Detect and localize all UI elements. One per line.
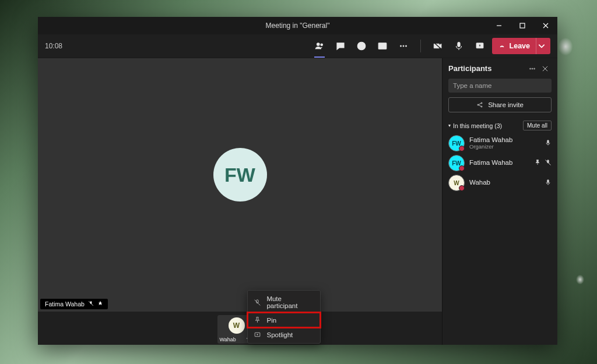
participant-avatar: FW bbox=[213, 148, 267, 202]
svg-point-3 bbox=[357, 42, 366, 50]
participant-row[interactable]: FW Fatima Wahab Organizer bbox=[448, 135, 552, 151]
participants-button[interactable] bbox=[310, 37, 329, 55]
svg-point-13 bbox=[257, 334, 258, 335]
participant-context-menu: Mute participant Pin Spotlight bbox=[247, 290, 321, 344]
share-screen-button[interactable] bbox=[470, 37, 490, 55]
svg-point-18 bbox=[481, 103, 482, 104]
minimize-button[interactable] bbox=[487, 17, 511, 34]
toolbar-separator bbox=[420, 40, 421, 52]
meeting-timer: 10:08 bbox=[45, 42, 62, 50]
participant-name: Fatima Wahab bbox=[45, 301, 85, 308]
participant-avatar: W bbox=[448, 175, 465, 191]
main-video-tile[interactable]: FW Fatima Wahab bbox=[38, 58, 442, 312]
mic-icon bbox=[545, 179, 552, 187]
mic-toggle[interactable] bbox=[449, 37, 469, 55]
presence-badge bbox=[459, 185, 465, 191]
participants-panel: Participants Type a name Share invite ▾ … bbox=[442, 58, 557, 345]
maximize-button[interactable] bbox=[511, 17, 534, 34]
rooms-button[interactable] bbox=[373, 37, 392, 55]
panel-more-button[interactable] bbox=[526, 65, 539, 73]
window-title: Meeting in "General" bbox=[266, 22, 330, 30]
thumbnail-avatar: W bbox=[229, 317, 245, 334]
panel-title: Participants bbox=[448, 64, 526, 73]
menu-item-pin[interactable]: Pin bbox=[248, 313, 320, 327]
more-actions-button[interactable] bbox=[394, 37, 413, 55]
pin-icon[interactable] bbox=[534, 159, 541, 167]
titlebar: Meeting in "General" bbox=[38, 17, 557, 34]
participant-name-chip: Fatima Wahab bbox=[40, 299, 108, 309]
menu-item-spotlight[interactable]: Spotlight bbox=[248, 327, 320, 342]
leave-label: Leave bbox=[510, 42, 530, 50]
svg-point-17 bbox=[477, 104, 479, 105]
participant-row[interactable]: W Wahab bbox=[448, 175, 552, 191]
mic-muted-icon bbox=[88, 301, 94, 308]
svg-point-6 bbox=[402, 45, 403, 47]
participant-row[interactable]: FW Fatima Wahab bbox=[448, 155, 552, 171]
svg-point-7 bbox=[405, 45, 406, 47]
panel-close-button[interactable] bbox=[539, 65, 552, 73]
share-invite-button[interactable]: Share invite bbox=[448, 97, 552, 112]
svg-rect-4 bbox=[378, 43, 387, 50]
teams-meeting-window: Meeting in "General" 10:08 bbox=[38, 17, 557, 345]
svg-point-5 bbox=[400, 45, 401, 47]
leave-options-chevron[interactable] bbox=[536, 38, 547, 54]
participant-avatar: FW bbox=[448, 135, 465, 151]
svg-point-16 bbox=[534, 68, 535, 69]
svg-point-19 bbox=[481, 106, 482, 107]
leave-button[interactable]: Leave bbox=[492, 38, 550, 54]
camera-toggle[interactable] bbox=[428, 37, 448, 55]
svg-rect-22 bbox=[547, 180, 549, 183]
svg-point-1 bbox=[317, 43, 319, 46]
svg-rect-0 bbox=[520, 23, 525, 28]
participant-role: Organizer bbox=[469, 144, 540, 150]
pin-icon bbox=[97, 301, 103, 308]
reactions-button[interactable] bbox=[352, 37, 371, 55]
svg-point-14 bbox=[530, 68, 531, 69]
participant-name: Wahab bbox=[469, 179, 540, 186]
participant-name: Fatima Wahab bbox=[469, 159, 529, 167]
svg-rect-8 bbox=[457, 42, 460, 47]
svg-point-2 bbox=[321, 44, 322, 45]
menu-item-mute-participant[interactable]: Mute participant bbox=[248, 292, 320, 313]
mic-muted-icon bbox=[545, 159, 552, 167]
svg-rect-20 bbox=[547, 140, 549, 144]
presence-badge bbox=[459, 146, 465, 151]
section-in-meeting[interactable]: ▾ In this meeting (3) Mute all bbox=[448, 121, 552, 130]
svg-point-15 bbox=[532, 68, 533, 69]
thumbnail-name-label: Wahab bbox=[220, 337, 236, 342]
close-button[interactable] bbox=[534, 17, 557, 34]
video-stage: FW Fatima Wahab W Wahab ⋯ bbox=[38, 58, 442, 345]
participant-search-input[interactable]: Type a name bbox=[448, 79, 552, 93]
section-label: In this meeting (3) bbox=[453, 122, 502, 129]
thumbnail-strip: W Wahab ⋯ FW Mute participant Pin bbox=[38, 312, 442, 345]
mute-all-button[interactable]: Mute all bbox=[523, 121, 552, 130]
mic-icon bbox=[545, 139, 552, 147]
caret-icon: ▾ bbox=[448, 123, 451, 128]
participant-avatar: FW bbox=[448, 155, 465, 171]
chat-button[interactable] bbox=[331, 37, 350, 55]
presence-badge bbox=[459, 165, 465, 171]
meeting-toolbar: 10:08 bbox=[38, 34, 557, 58]
